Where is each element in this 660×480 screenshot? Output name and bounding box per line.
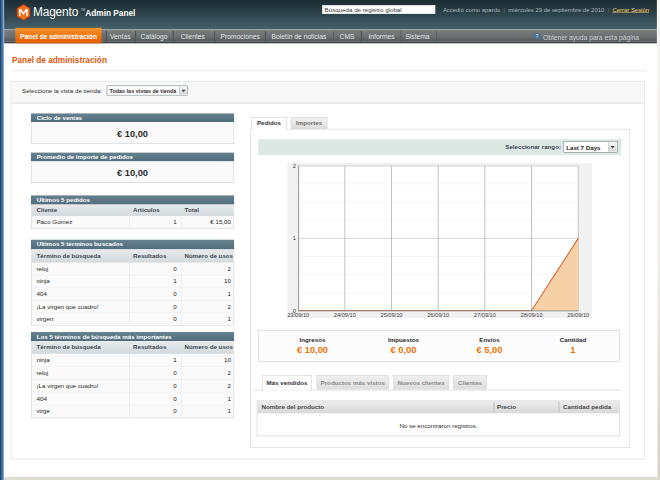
svg-text:29/09/10: 29/09/10 <box>567 312 589 318</box>
svg-text:25/09/10: 25/09/10 <box>380 312 402 318</box>
svg-text:2: 2 <box>293 163 296 169</box>
svg-text:24/09/10: 24/09/10 <box>334 312 356 318</box>
svg-text:27/09/10: 27/09/10 <box>474 312 496 318</box>
svg-text:23/09/10: 23/09/10 <box>287 312 309 318</box>
svg-text:26/09/10: 26/09/10 <box>427 312 449 318</box>
svg-text:28/09/10: 28/09/10 <box>520 312 542 318</box>
svg-text:1: 1 <box>293 236 296 242</box>
